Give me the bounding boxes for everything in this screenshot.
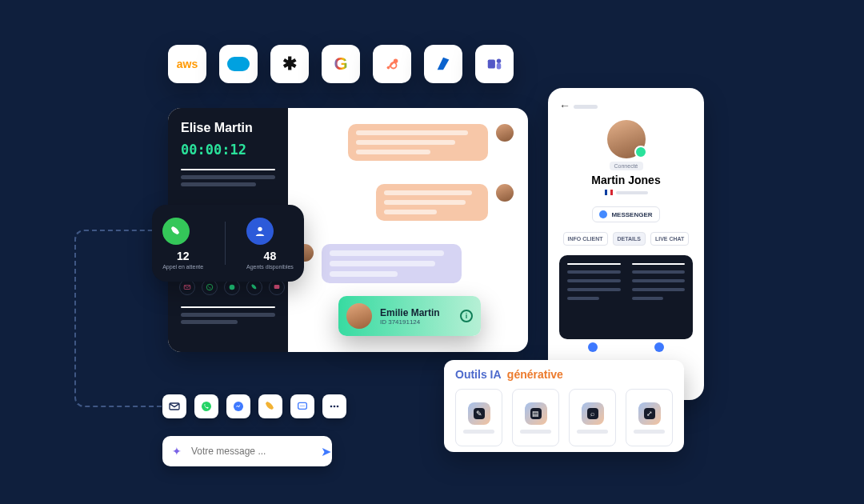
- tile-aws[interactable]: aws: [168, 45, 206, 83]
- svg-point-8: [230, 285, 235, 290]
- avatar: [496, 124, 514, 142]
- svg-point-20: [337, 406, 339, 408]
- svg-rect-3: [488, 60, 495, 69]
- avatar: [496, 184, 514, 202]
- message-incoming: [376, 184, 514, 221]
- message-composer: ✦ ➤: [162, 436, 332, 466]
- chip-email[interactable]: [162, 394, 186, 418]
- chip-messenger[interactable]: [226, 394, 250, 418]
- locale-row: [559, 190, 693, 195]
- contact-card[interactable]: Emilie Martin ID 374191124 i: [338, 296, 481, 336]
- available-agents: 48 Agents disponibles: [246, 218, 294, 270]
- svg-point-16: [302, 406, 302, 406]
- edit-icon: ▤: [525, 402, 547, 425]
- message-input[interactable]: [190, 445, 313, 458]
- svg-point-12: [202, 402, 211, 411]
- svg-point-19: [334, 406, 336, 408]
- profile-avatar: [607, 120, 646, 158]
- contact-id: ID 374191124: [380, 318, 440, 326]
- ai-tool-edit[interactable]: ▤: [512, 389, 559, 446]
- svg-point-18: [330, 406, 333, 408]
- message-incoming: [348, 124, 514, 161]
- profile-name: Martin Jones: [559, 174, 693, 186]
- integrations-row: aws ✱ G: [168, 45, 514, 83]
- svg-point-15: [300, 406, 301, 406]
- action-dot-icon[interactable]: [654, 342, 664, 352]
- profile-details-block: [559, 255, 693, 339]
- chip-sms[interactable]: [290, 394, 314, 418]
- ai-tool-search[interactable]: ⌕: [569, 389, 616, 446]
- back-button[interactable]: ←: [559, 99, 693, 112]
- ai-tools-panel: Outils IA générative ✎ ▤ ⌕ ⤢: [444, 360, 684, 452]
- tab-live-chat[interactable]: LIVE CHAT: [650, 232, 689, 246]
- messenger-icon: [599, 210, 607, 218]
- compose-icon: ✎: [468, 402, 490, 425]
- phone-icon[interactable]: [246, 279, 262, 295]
- avatar: [346, 303, 372, 329]
- svg-rect-5: [497, 63, 502, 69]
- chip-more[interactable]: [322, 394, 346, 418]
- tile-salesforce[interactable]: [219, 45, 258, 83]
- tile-zendesk[interactable]: ✱: [270, 45, 309, 83]
- queued-calls: 12 Appel en attente: [162, 218, 203, 270]
- svg-rect-9: [274, 285, 280, 289]
- svg-point-17: [303, 406, 304, 406]
- info-icon[interactable]: i: [460, 310, 473, 322]
- chip-whatsapp[interactable]: [194, 394, 218, 418]
- profile-panel: ← Connecté Martin Jones MESSENGER INFO C…: [548, 88, 704, 400]
- expand-icon: ⤢: [638, 402, 661, 425]
- user-icon[interactable]: [246, 218, 274, 245]
- caller-name: Elise Martin: [181, 121, 275, 135]
- chip-phone[interactable]: [258, 394, 282, 418]
- tile-azure[interactable]: [424, 45, 462, 83]
- quick-actions: [559, 342, 693, 352]
- search-icon: ⌕: [582, 402, 604, 425]
- ai-tool-expand[interactable]: ⤢: [626, 389, 673, 446]
- svg-point-7: [206, 284, 213, 290]
- email-icon[interactable]: [179, 279, 195, 295]
- sparkle-icon[interactable]: ✦: [172, 445, 182, 458]
- tile-hubspot[interactable]: [373, 45, 411, 83]
- send-button[interactable]: ➤: [321, 444, 331, 459]
- channel-pill[interactable]: MESSENGER: [592, 206, 659, 222]
- profile-tabs: INFO CLIENT DETAILS LIVE CHAT: [559, 232, 693, 246]
- messenger-icon[interactable]: [224, 279, 240, 295]
- tab-details[interactable]: DETAILS: [613, 232, 646, 246]
- svg-point-10: [258, 226, 262, 230]
- phone-icon[interactable]: [162, 218, 190, 245]
- tab-info-client[interactable]: INFO CLIENT: [563, 232, 608, 246]
- call-timer: 00:00:12: [181, 142, 275, 158]
- ai-tool-compose[interactable]: ✎: [455, 389, 502, 446]
- channel-chip-row: [162, 394, 346, 418]
- whatsapp-icon[interactable]: [202, 279, 218, 295]
- sidebar-channels: [179, 279, 288, 295]
- ai-title: Outils IA générative: [455, 368, 673, 381]
- call-stats-widget: 12 Appel en attente 48 Agents disponible…: [152, 205, 304, 282]
- tile-google[interactable]: G: [322, 45, 360, 83]
- contact-name: Emilie Martin: [380, 307, 440, 318]
- tile-msteams[interactable]: [475, 45, 514, 83]
- sms-icon[interactable]: [269, 279, 285, 295]
- status-badge: Connecté: [610, 162, 643, 170]
- flag-fr-icon: [605, 190, 613, 195]
- svg-point-4: [497, 59, 502, 64]
- action-dot-icon[interactable]: [588, 342, 598, 352]
- message-outgoing: [296, 244, 462, 283]
